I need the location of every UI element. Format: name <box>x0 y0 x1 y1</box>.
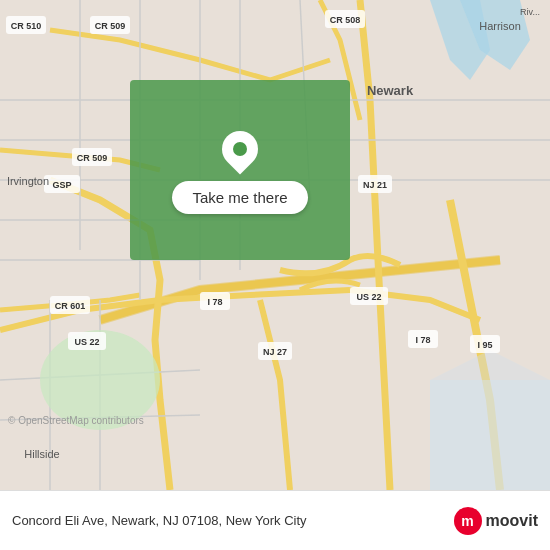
footer-address: Concord Eli Ave, Newark, NJ 07108, New Y… <box>12 513 307 528</box>
svg-text:Hillside: Hillside <box>24 448 59 460</box>
svg-text:Harrison: Harrison <box>479 20 521 32</box>
map-view: CR 510 CR 509 CR 508 Newark CR 509 GSP N… <box>0 0 550 490</box>
svg-text:I 95: I 95 <box>477 340 492 350</box>
svg-text:CR 510: CR 510 <box>11 21 42 31</box>
svg-text:CR 508: CR 508 <box>330 15 361 25</box>
svg-text:Irvington: Irvington <box>7 175 49 187</box>
moovit-logo: m moovit <box>454 507 538 535</box>
destination-overlay: Take me there <box>130 80 350 260</box>
svg-text:Riv...: Riv... <box>520 7 540 17</box>
svg-text:GSP: GSP <box>52 180 71 190</box>
svg-text:CR 601: CR 601 <box>55 301 86 311</box>
take-me-there-button[interactable]: Take me there <box>172 181 307 214</box>
svg-text:CR 509: CR 509 <box>77 153 108 163</box>
svg-text:NJ 21: NJ 21 <box>363 180 387 190</box>
location-pin <box>222 127 258 171</box>
svg-text:I 78: I 78 <box>207 297 222 307</box>
moovit-icon: m <box>454 507 482 535</box>
moovit-text: moovit <box>486 512 538 530</box>
svg-text:CR 509: CR 509 <box>95 21 126 31</box>
svg-text:NJ 27: NJ 27 <box>263 347 287 357</box>
footer-address-container: Concord Eli Ave, Newark, NJ 07108, New Y… <box>12 513 307 528</box>
svg-text:US 22: US 22 <box>356 292 381 302</box>
map-copyright: © OpenStreetMap contributors <box>8 415 144 426</box>
svg-text:I 78: I 78 <box>415 335 430 345</box>
svg-text:US 22: US 22 <box>74 337 99 347</box>
footer-bar: Concord Eli Ave, Newark, NJ 07108, New Y… <box>0 490 550 550</box>
svg-text:Newark: Newark <box>367 83 414 98</box>
